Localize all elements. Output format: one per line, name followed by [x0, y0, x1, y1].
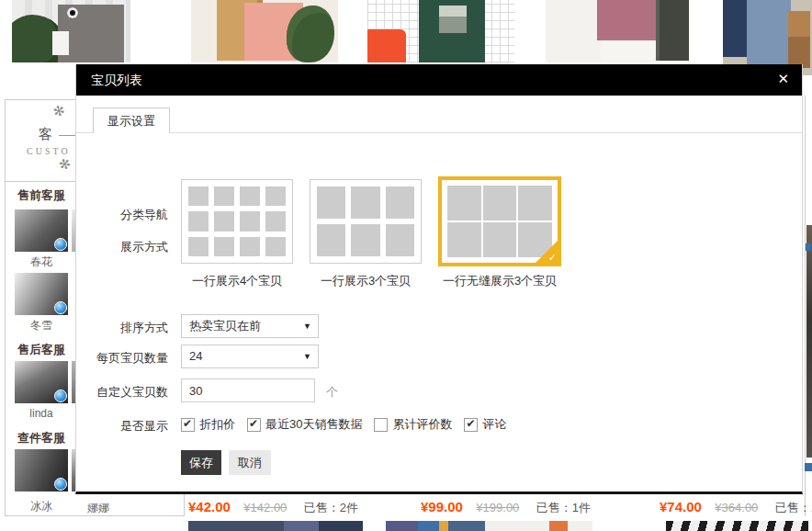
flourish-icon: ✻ — [51, 102, 67, 121]
price-original: ¥142.00 — [243, 501, 287, 514]
section-title-presale: 售前客服 — [17, 187, 65, 204]
chat-bubble-icon — [54, 390, 67, 402]
logo-cn-text: 客 — [39, 126, 52, 143]
chat-bubble-icon — [54, 478, 67, 491]
face-print-decor — [439, 6, 467, 33]
field-label-custom-count: 自定义宝贝数 — [76, 384, 168, 401]
display-option-3-seamless[interactable]: ✓ — [438, 176, 561, 266]
checkbox-discount-price[interactable]: 折扣价 — [181, 416, 235, 433]
product-photo[interactable] — [367, 0, 514, 62]
show-checkbox-group: 折扣价 最近30天销售数据 累计评价数 评论 — [181, 416, 506, 433]
grid-preview — [317, 186, 414, 256]
chevron-down-icon: ▼ — [303, 315, 311, 337]
sold-count: 已售：1件 — [536, 501, 591, 514]
white-pants — [601, 40, 656, 61]
dialog-header: 宝贝列表 ✕ — [76, 64, 802, 96]
shirt-cuff — [52, 31, 69, 55]
field-label-per-page: 每页宝贝数量 — [76, 350, 168, 367]
checkbox-unchecked-icon[interactable] — [374, 418, 388, 432]
checkbox-label: 最近30天销售数据 — [265, 416, 362, 433]
price-original: ¥364.00 — [715, 501, 758, 514]
checkbox-comments[interactable]: 评论 — [464, 416, 506, 433]
display-option-label: 一行展示4个宝贝 — [175, 273, 299, 289]
link-fragment — [805, 463, 812, 471]
agent-name: 娜娜 — [72, 501, 125, 516]
product-photo[interactable] — [188, 521, 363, 531]
product-photo[interactable] — [546, 0, 689, 62]
avatar[interactable] — [15, 209, 68, 252]
checkbox-checked-icon[interactable] — [247, 418, 261, 432]
price-original: ¥199.00 — [476, 501, 519, 514]
sort-select-value: 热卖宝贝在前 — [189, 319, 261, 333]
field-label-display: 展示方式 — [76, 239, 168, 255]
avatar[interactable] — [15, 361, 68, 403]
product-price-row: ¥74.00 ¥364.00 已售：1件 — [660, 499, 812, 516]
product-photo[interactable] — [386, 521, 592, 531]
avatar[interactable] — [15, 273, 68, 315]
field-label-nav: 分类导航 — [76, 207, 168, 223]
section-title-aftersale: 售后客服 — [17, 342, 65, 358]
display-option-label: 一行无缝展示3个宝贝 — [438, 273, 561, 289]
product-list-settings-dialog: 宝贝列表 ✕ 显示设置 分类导航 打开 关闭 展示方式 ✓ 一行展示4个宝贝 一… — [75, 64, 803, 494]
right-panel-border — [805, 96, 806, 516]
close-icon[interactable]: ✕ — [777, 71, 789, 87]
product-price-row: ¥42.00 ¥142.00 已售：2件 — [188, 499, 358, 516]
field-label-show: 是否显示 — [76, 418, 168, 435]
section-title-tracking: 查件客服 — [17, 430, 65, 446]
denim-jeans — [747, 0, 791, 66]
checkbox-total-reviews[interactable]: 累计评价数 — [374, 416, 452, 433]
sort-select[interactable]: 热卖宝贝在前 ▼ — [181, 314, 319, 338]
mauve-tshirt — [597, 0, 660, 40]
chat-bubble-icon — [54, 301, 67, 314]
link-fragment — [806, 243, 811, 251]
price-current: ¥74.00 — [660, 499, 702, 514]
display-option-3-per-row[interactable] — [310, 179, 422, 264]
tab-display-settings[interactable]: 显示设置 — [93, 107, 170, 133]
sold-count: 已售：1件 — [775, 501, 812, 514]
flourish-icon: ✻ — [56, 153, 73, 173]
checkbox-checked-icon[interactable] — [181, 418, 195, 432]
chevron-down-icon: ▼ — [303, 345, 311, 367]
agent-name: linda — [15, 407, 68, 420]
orange-furniture-decor — [367, 29, 406, 62]
cancel-button[interactable]: 取消 — [229, 450, 271, 475]
stool-decor — [788, 11, 810, 68]
custom-count-input[interactable] — [181, 378, 315, 402]
price-current: ¥99.00 — [421, 499, 463, 514]
agent-name: 春花 — [15, 254, 68, 270]
display-option-4-per-row[interactable] — [181, 179, 293, 264]
product-photo[interactable] — [191, 0, 338, 62]
watch-decor — [67, 7, 78, 18]
per-page-select-value: 24 — [189, 349, 202, 363]
chat-bubble-icon — [54, 238, 67, 251]
agent-name: 冬雪 — [15, 318, 68, 333]
tab-divider — [76, 132, 802, 133]
checkbox-checked-icon[interactable] — [464, 418, 478, 432]
checkbox-label: 折扣价 — [199, 416, 235, 433]
checkmark-icon: ✓ — [548, 252, 557, 264]
display-option-label: 一行展示3个宝贝 — [304, 273, 427, 289]
field-label-sort: 排序方式 — [76, 320, 168, 336]
plant-decor — [287, 6, 334, 62]
grid-preview — [188, 186, 286, 256]
right-product-fragment — [806, 225, 812, 458]
agent-name: 冰冰 — [15, 499, 68, 514]
sold-count: 已售：2件 — [304, 501, 358, 514]
price-current: ¥42.00 — [188, 499, 231, 514]
product-price-row: ¥99.00 ¥199.00 已售：1件 — [421, 499, 591, 516]
checkbox-label: 评论 — [482, 416, 506, 433]
checkbox-label: 累计评价数 — [392, 416, 452, 433]
checkbox-30day-sales[interactable]: 最近30天销售数据 — [247, 416, 362, 433]
per-page-select[interactable]: 24 ▼ — [181, 345, 319, 368]
product-photo[interactable] — [666, 521, 808, 531]
dialog-title: 宝贝列表 — [91, 64, 142, 96]
window-decor — [656, 0, 689, 61]
avatar[interactable] — [15, 449, 68, 491]
unit-label: 个 — [326, 384, 338, 401]
product-photo[interactable] — [12, 0, 130, 62]
save-button[interactable]: 保存 — [181, 450, 221, 475]
